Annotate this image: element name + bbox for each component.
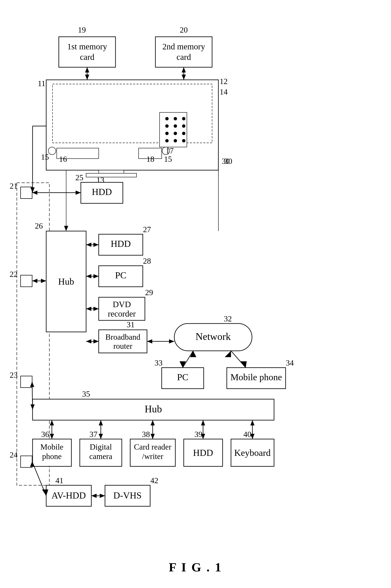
svg-text:card: card [80,52,95,62]
svg-marker-81 [94,274,99,278]
svg-text:28: 28 [143,256,151,265]
svg-rect-21 [86,173,136,177]
svg-text:21: 21 [10,182,18,190]
svg-marker-127 [50,434,54,439]
svg-rect-49 [21,275,32,287]
svg-text:card: card [177,52,191,62]
svg-text:DVD: DVD [113,300,131,309]
svg-text:AV-HDD: AV-HDD [51,490,86,501]
svg-marker-146 [201,420,205,425]
svg-text:36: 36 [41,430,49,439]
svg-point-32 [174,117,177,120]
svg-text:HDD: HDD [111,239,131,249]
svg-text:34: 34 [286,358,294,367]
svg-point-39 [182,132,186,135]
svg-rect-47 [21,187,32,199]
svg-marker-9 [85,67,89,73]
svg-marker-102 [147,339,152,344]
svg-rect-53 [21,456,32,468]
svg-text:Card reader: Card reader [134,442,172,451]
svg-text:38: 38 [142,430,150,439]
svg-marker-164 [100,494,105,498]
svg-point-41 [174,139,177,142]
svg-text:/writer: /writer [142,452,163,461]
svg-point-40 [165,139,169,142]
svg-point-37 [165,132,169,135]
svg-text:camera: camera [89,452,112,461]
svg-text:2nd memory: 2nd memory [162,42,205,51]
svg-marker-88 [94,307,99,311]
svg-marker-10 [85,75,89,80]
svg-point-33 [182,117,186,120]
svg-marker-165 [91,494,97,498]
svg-text:Digital: Digital [90,442,112,451]
svg-marker-60 [76,191,81,195]
svg-marker-76 [86,243,91,247]
svg-text:22: 22 [10,270,18,279]
svg-line-112 [231,351,246,368]
svg-marker-113 [240,361,247,368]
svg-text:18: 18 [146,155,154,163]
svg-text:35: 35 [82,389,90,398]
svg-text:16: 16 [59,155,67,163]
svg-text:router: router [113,342,132,351]
svg-text:41: 41 [55,476,63,485]
svg-text:F I G . 1: F I G . 1 [169,560,222,574]
svg-text:40: 40 [243,430,251,439]
svg-text:29: 29 [145,288,153,297]
svg-text:17: 17 [166,146,174,155]
svg-marker-141 [151,434,155,439]
svg-text:33: 33 [155,358,163,367]
svg-rect-15 [53,84,212,143]
svg-text:31: 31 [127,320,135,329]
svg-marker-95 [94,339,99,344]
svg-marker-75 [94,243,99,247]
svg-text:19: 19 [78,25,86,34]
svg-text:recorder: recorder [108,309,136,319]
svg-point-36 [182,124,186,128]
svg-text:phone: phone [42,452,62,461]
svg-marker-126 [50,420,54,425]
diagram-svg: 1st memory card 19 2nd memory card 20 [0,0,391,588]
svg-text:PC: PC [115,270,126,280]
svg-marker-134 [99,434,103,439]
svg-text:Network: Network [196,331,231,342]
svg-text:PC: PC [177,372,188,382]
svg-marker-82 [86,274,91,278]
svg-text:42: 42 [150,476,158,485]
svg-marker-101 [169,339,174,344]
svg-text:HDD: HDD [92,187,112,197]
svg-rect-0 [59,37,115,67]
svg-text:15: 15 [164,155,172,163]
diagram-container: 1st memory card 19 2nd memory card 20 [0,0,391,588]
svg-text:32: 32 [224,314,232,323]
svg-text:37: 37 [90,430,98,439]
svg-point-35 [174,124,177,128]
svg-text:24: 24 [10,450,18,459]
svg-text:12: 12 [220,77,228,86]
svg-text:11: 11 [38,79,46,88]
svg-text:27: 27 [143,225,151,234]
svg-text:14: 14 [220,87,228,96]
svg-text:26: 26 [35,222,43,230]
svg-text:HDD: HDD [193,448,213,458]
svg-rect-51 [21,376,32,388]
svg-text:Mobile phone: Mobile phone [230,372,282,382]
svg-text:Hub: Hub [58,276,74,287]
svg-text:1st memory: 1st memory [67,42,107,51]
svg-marker-114 [225,351,231,357]
svg-marker-133 [99,420,103,425]
svg-text:Broadband: Broadband [105,333,140,341]
svg-text:Mobile: Mobile [40,442,63,451]
svg-marker-13 [182,75,186,80]
svg-marker-152 [250,420,255,425]
svg-point-18 [48,147,56,155]
svg-text:23: 23 [10,370,18,379]
svg-marker-89 [86,307,91,311]
svg-text:Hub: Hub [145,403,162,414]
svg-line-106 [183,351,193,368]
svg-text:D-VHS: D-VHS [113,490,142,501]
svg-text:15: 15 [41,152,49,161]
svg-point-38 [174,132,177,135]
svg-point-31 [165,117,169,120]
